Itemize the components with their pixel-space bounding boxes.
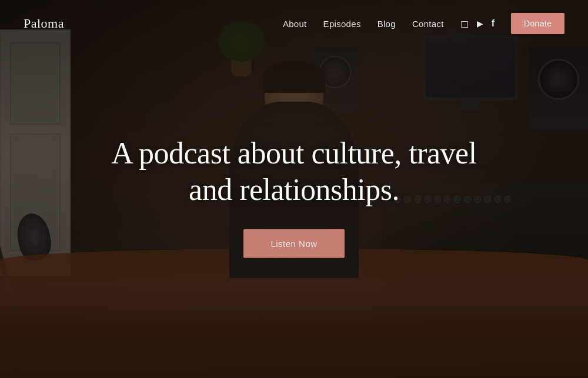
nav-link-contact[interactable]: Contact [412, 19, 444, 29]
hero-section: Paloma About Episodes Blog Contact Donat… [0, 0, 588, 378]
social-icons [460, 18, 495, 30]
instagram-icon[interactable] [460, 18, 469, 30]
nav-link-blog[interactable]: Blog [377, 19, 396, 29]
nav-link-about[interactable]: About [283, 19, 307, 29]
main-nav: Paloma About Episodes Blog Contact Donat… [0, 0, 588, 47]
site-logo[interactable]: Paloma [24, 16, 64, 31]
nav-link-episodes[interactable]: Episodes [323, 19, 361, 29]
hero-title: A podcast about culture, travel and rela… [88, 135, 500, 208]
youtube-icon[interactable] [477, 18, 483, 29]
nav-right: About Episodes Blog Contact Donate [283, 13, 564, 34]
hero-content: A podcast about culture, travel and rela… [88, 135, 500, 258]
donate-button[interactable]: Donate [511, 13, 564, 34]
facebook-icon[interactable] [492, 18, 495, 29]
listen-now-button[interactable]: Listen Now [243, 229, 344, 258]
